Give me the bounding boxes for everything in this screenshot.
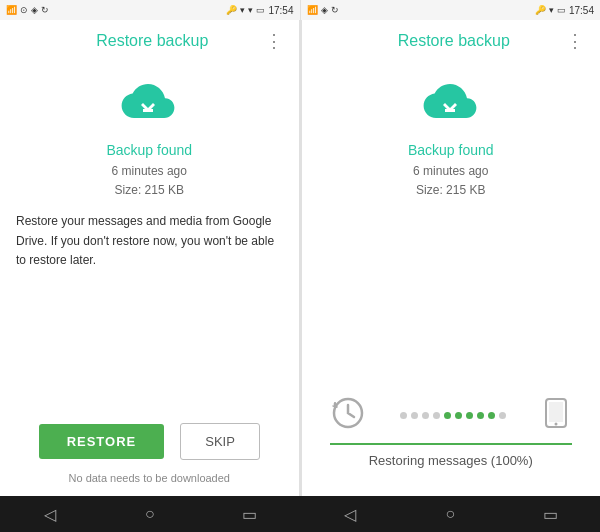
progress-dot-4	[444, 412, 451, 419]
progress-dot-9	[499, 412, 506, 419]
location-icon-r: ◈	[321, 5, 328, 15]
recent-button-right[interactable]: ▭	[530, 505, 570, 524]
left-backup-meta: 6 minutes ago Size: 215 KB	[112, 162, 187, 200]
svg-point-7	[555, 423, 558, 426]
progress-dot-3	[433, 412, 440, 419]
progress-dot-5	[455, 412, 462, 419]
left-menu-button[interactable]: ⋮	[265, 32, 283, 50]
phone-icon	[540, 397, 572, 433]
time-left: 17:54	[268, 5, 293, 16]
right-screen-title: Restore backup	[342, 32, 567, 50]
progress-area: Restoring messages (100%)	[318, 395, 585, 468]
left-buttons-row: RESTORE SKIP	[39, 423, 260, 460]
recent-button-left[interactable]: ▭	[230, 505, 270, 524]
progress-bar	[330, 443, 573, 445]
left-backup-found: Backup found	[106, 142, 192, 158]
left-screen-title: Restore backup	[40, 32, 265, 50]
signal-icon-right: ▾	[549, 5, 554, 15]
wifi-icon: ⊙	[20, 5, 28, 15]
right-backup-found: Backup found	[408, 142, 494, 158]
back-button-right[interactable]: ◁	[330, 505, 370, 524]
key-icon-right: 🔑	[535, 5, 546, 15]
left-restore-description: Restore your messages and media from Goo…	[16, 212, 283, 270]
cloud-upload-icon-right	[423, 78, 479, 126]
sync-icon: ↻	[41, 5, 49, 15]
key-icon-left: 🔑	[226, 5, 237, 15]
left-meta-line1: 6 minutes ago	[112, 162, 187, 181]
right-header: Restore backup ⋮	[302, 20, 601, 58]
history-icon	[330, 395, 366, 435]
svg-rect-6	[549, 402, 563, 422]
progress-dot-1	[411, 412, 418, 419]
progress-dot-6	[466, 412, 473, 419]
right-meta-line2: Size: 215 KB	[413, 181, 488, 200]
signal-icon-left: ▾	[240, 5, 245, 15]
right-status-icons-left: 🔑 ▾ ▾ ▭ 17:54	[226, 5, 293, 16]
left-meta-line2: Size: 215 KB	[112, 181, 187, 200]
left-status-icons-left: 📶 ⊙ ◈ ↻	[6, 5, 49, 15]
left-status-icons-right: 📶 ◈ ↻	[307, 5, 339, 15]
wifi-status-left: ▾	[248, 5, 253, 15]
home-button-left[interactable]: ○	[130, 505, 170, 523]
left-screen: Restore backup ⋮ Backup found 6 minutes …	[0, 20, 299, 496]
right-screen-content: Backup found 6 minutes ago Size: 215 KB	[302, 58, 601, 496]
back-button-left[interactable]: ◁	[30, 505, 70, 524]
right-backup-meta: 6 minutes ago Size: 215 KB	[413, 162, 488, 200]
right-cloud-icon	[419, 70, 483, 134]
location-icon: ◈	[31, 5, 38, 15]
right-menu-button[interactable]: ⋮	[566, 32, 584, 50]
home-button-right[interactable]: ○	[430, 505, 470, 523]
battery-icon-right: ▭	[557, 5, 566, 15]
progress-row	[330, 395, 573, 435]
svg-rect-3	[445, 109, 455, 112]
navigation-bar: ◁ ○ ▭ ◁ ○ ▭	[0, 496, 600, 532]
progress-dot-2	[422, 412, 429, 419]
time-right: 17:54	[569, 5, 594, 16]
progress-dot-8	[488, 412, 495, 419]
restore-button[interactable]: RESTORE	[39, 424, 165, 459]
cloud-upload-icon-left	[121, 78, 177, 126]
sync-icon-r: ↻	[331, 5, 339, 15]
left-cloud-icon	[117, 70, 181, 134]
svg-rect-1	[143, 109, 153, 112]
right-screen: Restore backup ⋮ Backup found 6 minutes …	[302, 20, 601, 496]
progress-dot-7	[477, 412, 484, 419]
screen-divider	[300, 20, 301, 496]
progress-dots	[374, 412, 533, 419]
left-screen-content: Backup found 6 minutes ago Size: 215 KB …	[0, 58, 299, 496]
sim-icon-r: 📶	[307, 5, 318, 15]
progress-dot-0	[400, 412, 407, 419]
left-no-download: No data needs to be downloaded	[69, 472, 230, 484]
left-header: Restore backup ⋮	[0, 20, 299, 58]
right-status-icons-right: 🔑 ▾ ▭ 17:54	[535, 5, 594, 16]
right-meta-line1: 6 minutes ago	[413, 162, 488, 181]
battery-icon-left: ▭	[256, 5, 265, 15]
sim-icon: 📶	[6, 5, 17, 15]
skip-button[interactable]: SKIP	[180, 423, 260, 460]
restoring-label: Restoring messages (100%)	[369, 453, 533, 468]
